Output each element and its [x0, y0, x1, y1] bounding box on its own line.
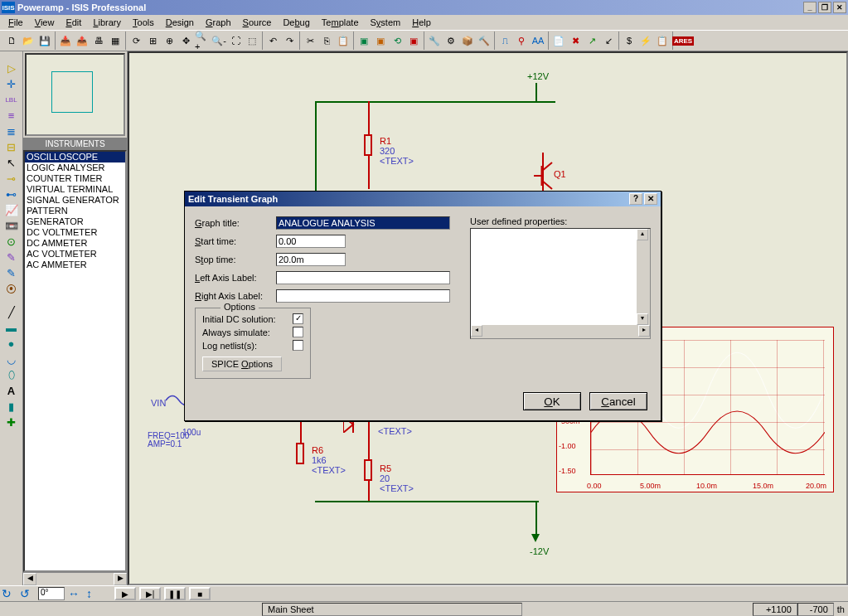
menu-help[interactable]: Help	[407, 17, 436, 28]
list-item[interactable]: DC VOLTMETER	[25, 227, 125, 238]
copy-icon[interactable]: ⎘	[318, 32, 335, 49]
initial-dc-checkbox[interactable]: ✓	[293, 313, 303, 324]
bom-icon[interactable]: $	[621, 32, 637, 49]
cut-icon[interactable]: ✂	[302, 32, 318, 49]
dialog-title-bar[interactable]: Edit Transient Graph ? ✕	[185, 192, 661, 206]
block-move-icon[interactable]: ▣	[372, 32, 389, 49]
help-button[interactable]: ?	[629, 193, 642, 205]
menu-graph[interactable]: Graph	[201, 17, 236, 28]
angle-input[interactable]: 0°	[38, 587, 65, 600]
list-item[interactable]: AC AMMETER	[25, 259, 125, 270]
list-item[interactable]: SIGNAL GENERATOR	[25, 195, 125, 206]
save-icon[interactable]: 💾	[36, 32, 53, 49]
line-icon[interactable]: ╱	[3, 305, 20, 318]
graph-title-input[interactable]	[276, 216, 450, 230]
origin-icon[interactable]: ⊕	[161, 32, 177, 49]
open-icon[interactable]: 📂	[20, 32, 36, 49]
zoom-in-icon[interactable]: 🔍+	[194, 32, 211, 49]
menu-system[interactable]: System	[366, 17, 406, 28]
stop-button[interactable]: ■	[189, 587, 211, 600]
rotate-cw-icon[interactable]: ↻	[2, 587, 17, 600]
marker-icon[interactable]: ✚	[3, 415, 20, 429]
mirror-h-icon[interactable]: ↔	[68, 587, 83, 600]
cancel-button[interactable]: Cancel	[589, 392, 647, 410]
tape-icon[interactable]: 📼	[3, 219, 20, 232]
play-button[interactable]: ▶	[114, 587, 136, 600]
refresh-icon[interactable]: ⟳	[128, 32, 144, 49]
undo-icon[interactable]: ↶	[264, 32, 281, 49]
script-icon[interactable]: ≡	[3, 109, 20, 122]
transistor-icon[interactable]	[534, 159, 557, 192]
bus-icon[interactable]: ≣	[3, 124, 20, 138]
new-icon[interactable]: 🗋	[3, 32, 20, 49]
component-mode-icon[interactable]: ▷	[3, 61, 20, 75]
zoom-out-icon[interactable]: 🔍-	[211, 32, 227, 49]
grid-icon[interactable]: ⊞	[144, 32, 161, 49]
block-copy-icon[interactable]: ▣	[356, 32, 372, 49]
dialog-close-button[interactable]: ✕	[644, 193, 657, 205]
menu-template[interactable]: Template	[317, 17, 364, 28]
menu-library[interactable]: Library	[88, 17, 126, 28]
step-button[interactable]: ▶|	[139, 587, 161, 600]
stop-time-input[interactable]	[276, 253, 346, 266]
ok-button[interactable]: OK	[523, 392, 581, 410]
wire-autoroute-icon[interactable]: ⎍	[497, 32, 513, 49]
menu-source[interactable]: Source	[238, 17, 277, 28]
print-icon[interactable]: 🖶	[90, 32, 107, 49]
instrument-icon[interactable]: ⦿	[3, 282, 20, 295]
list-item[interactable]: AC VOLTMETER	[25, 249, 125, 259]
generator-icon[interactable]: ⊙	[3, 235, 20, 248]
decompose-icon[interactable]: 🔨	[476, 32, 492, 49]
list-item[interactable]: VIRTUAL TERMINAL	[25, 184, 125, 195]
redo-icon[interactable]: ↷	[281, 32, 298, 49]
always-simulate-checkbox[interactable]	[293, 327, 303, 337]
zoom-fit-icon[interactable]: ⛶	[227, 32, 244, 49]
pick-icon[interactable]: 🔧	[426, 32, 443, 49]
circle-icon[interactable]: ●	[3, 337, 20, 350]
remove-sheet-icon[interactable]: ✖	[567, 32, 584, 49]
subcircuit-icon[interactable]: ⊟	[3, 140, 20, 153]
resistor[interactable]	[296, 443, 304, 464]
rotate-ccw-icon[interactable]: ↺	[20, 587, 35, 600]
pin-icon[interactable]: ⊷	[3, 187, 20, 201]
list-item[interactable]: OSCILLOSCOPE	[25, 152, 125, 162]
packaging-icon[interactable]: 📦	[459, 32, 476, 49]
horizontal-scrollbar[interactable]: ◂▸	[471, 325, 650, 338]
box-icon[interactable]: ▬	[3, 321, 20, 334]
graph-mode-icon[interactable]: 📈	[3, 203, 20, 216]
menu-debug[interactable]: Debug	[278, 17, 314, 28]
resistor[interactable]	[364, 134, 372, 156]
zoom-area-icon[interactable]: ⬚	[244, 32, 260, 49]
pause-button[interactable]: ❚❚	[164, 587, 186, 600]
netlist-icon[interactable]: 📋	[654, 32, 671, 49]
minimize-button[interactable]: _	[803, 2, 817, 13]
user-properties-textarea[interactable]: ▴▾ ◂▸	[470, 228, 651, 339]
export-icon[interactable]: 📤	[74, 32, 90, 49]
zoom-sheet-icon[interactable]: ↙	[600, 32, 617, 49]
panel-scrollbar[interactable]: ◀▶	[23, 572, 127, 585]
close-button[interactable]: ✕	[833, 2, 846, 13]
search-tag-icon[interactable]: ⚲	[513, 32, 530, 49]
start-time-input[interactable]	[276, 235, 346, 248]
label-icon[interactable]: LBL	[3, 93, 20, 106]
menu-tools[interactable]: Tools	[128, 17, 159, 28]
region-icon[interactable]: ▦	[107, 32, 124, 49]
instruments-list[interactable]: OSCILLOSCOPE LOGIC ANALYSER COUNTER TIME…	[23, 150, 127, 572]
menu-file[interactable]: File	[3, 17, 28, 28]
menu-view[interactable]: View	[30, 17, 60, 28]
menu-edit[interactable]: Edit	[61, 17, 86, 28]
vertical-scrollbar[interactable]: ▴▾	[637, 229, 650, 325]
spice-options-button[interactable]: SPICE Options	[202, 357, 282, 371]
make-device-icon[interactable]: ⚙	[443, 32, 459, 49]
text-icon[interactable]: A	[3, 384, 20, 397]
list-item[interactable]: DC AMMETER	[25, 238, 125, 249]
property-assign-icon[interactable]: AA	[530, 32, 546, 49]
exit-sheet-icon[interactable]: ↗	[584, 32, 600, 49]
junction-icon[interactable]: ✛	[3, 77, 20, 90]
left-axis-input[interactable]	[276, 271, 450, 284]
log-netlist-checkbox[interactable]	[293, 340, 303, 351]
block-rotate-icon[interactable]: ⟲	[389, 32, 405, 49]
paste-icon[interactable]: 📋	[335, 32, 351, 49]
path-icon[interactable]: ⬯	[3, 368, 20, 381]
erc-icon[interactable]: ⚡	[637, 32, 654, 49]
